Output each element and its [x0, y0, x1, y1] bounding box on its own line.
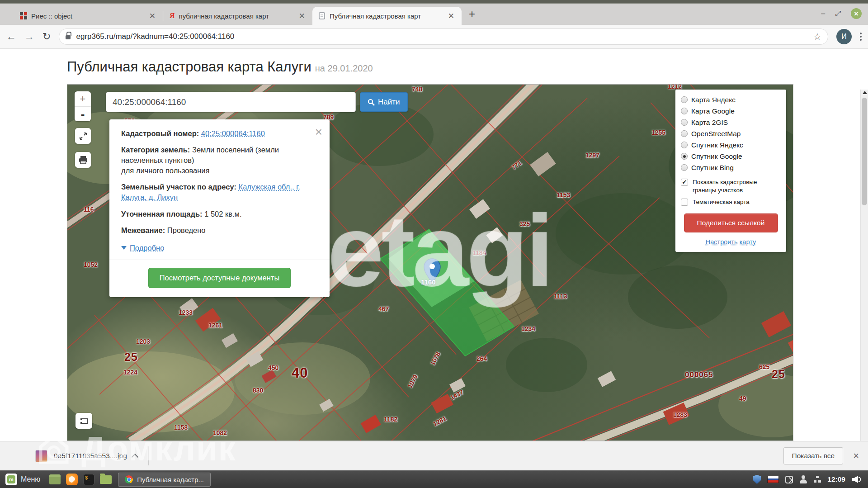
download-separator [148, 446, 149, 465]
radio-icon[interactable] [681, 142, 688, 148]
keyboard-layout-flag-icon[interactable] [767, 476, 779, 483]
show-desktop-icon[interactable] [49, 474, 61, 484]
page-scrollbar[interactable] [860, 90, 868, 488]
address-label: Земельный участок по адресу: [121, 183, 236, 191]
shield-icon[interactable] [753, 475, 761, 484]
files-icon[interactable] [100, 475, 112, 484]
popup-close-icon[interactable]: × [315, 123, 322, 141]
radio-icon[interactable] [681, 164, 688, 171]
user-icon[interactable] [799, 475, 807, 483]
tray-app-icon[interactable] [785, 476, 793, 483]
download-item[interactable]: 0e5f1711035a553....jpg [35, 450, 138, 462]
volume-icon[interactable] [852, 476, 861, 483]
layer-option[interactable]: Карта Яндекс [681, 94, 781, 105]
layer-checkbox-label: Тематическая карта [693, 198, 750, 206]
layer-option[interactable]: Спутник Google [681, 151, 781, 162]
address-bar[interactable]: egrp365.ru/map/?kadnum=40:25:000064:1160… [59, 28, 828, 45]
share-link-button[interactable]: Поделиться ссылкой [684, 213, 778, 232]
forward-button[interactable]: → [24, 31, 34, 43]
scrollbar-thumb[interactable] [862, 98, 867, 205]
layer-option[interactable]: OpenStreetMap [681, 128, 781, 139]
checkbox-checked-icon[interactable]: ✔ [681, 179, 688, 186]
system-tray: 12:09 [753, 475, 864, 484]
download-bar-right: Показать все × [783, 447, 859, 464]
clock[interactable]: 12:09 [827, 475, 845, 483]
bookmark-star-icon[interactable]: ☆ [813, 31, 821, 42]
page-content: Публичная кадастровая карта Калугина 29.… [0, 49, 868, 470]
zoom-out-button[interactable]: - [75, 106, 91, 121]
terminal-icon[interactable]: $_ [83, 474, 94, 485]
url-text[interactable]: egrp365.ru/map/?kadnum=40:25:000064:1160 [76, 32, 808, 41]
menu-button[interactable]: m Меню [4, 472, 45, 487]
search-button[interactable]: Найти [360, 92, 408, 112]
restore-button[interactable]: ⤢ [835, 9, 841, 18]
chevron-up-icon[interactable] [131, 453, 138, 460]
parcel-info-popup: × Кадастровый номер: 40:25:000064:1160 К… [109, 119, 330, 297]
cadastral-search-input[interactable] [106, 92, 356, 112]
radio-icon[interactable] [681, 96, 688, 103]
tab-ries[interactable]: Риес :: object ✕ [14, 7, 163, 25]
surveying-label: Межевание: [121, 226, 165, 234]
layer-option[interactable]: Карта 2GIS [681, 117, 781, 128]
parcel-label: 1283 [673, 411, 687, 418]
parcel-label: 325 [519, 220, 530, 227]
configure-map-link[interactable]: Настроить карту [681, 238, 781, 246]
show-all-downloads-button[interactable]: Показать все [783, 447, 844, 464]
tab-close-icon[interactable]: ✕ [446, 11, 456, 21]
firefox-icon[interactable] [66, 474, 78, 485]
layer-option[interactable]: Спутник Яндекс [681, 139, 781, 151]
browser-menu-icon[interactable] [860, 33, 862, 41]
scroll-up-arrow[interactable] [863, 91, 867, 94]
radio-selected-icon[interactable] [681, 153, 688, 160]
layer-option[interactable]: Спутник Bing [681, 162, 781, 173]
radio-icon[interactable] [681, 108, 688, 114]
parcel-label: 1297 [585, 152, 599, 159]
menu-label: Меню [21, 475, 40, 483]
kadnum-label: Кадастровый номер: [121, 129, 199, 137]
back-button[interactable]: ← [6, 31, 16, 43]
radio-icon[interactable] [681, 119, 688, 126]
download-filename[interactable]: 0e5f1711035a553....jpg [54, 452, 127, 460]
selected-parcel[interactable] [380, 229, 514, 356]
yandex-favicon: Я [170, 12, 175, 20]
layer-checkbox-row[interactable]: Тематическая карта [681, 196, 781, 208]
layer-options: Карта ЯндексКарта GoogleКарта 2GISOpenSt… [681, 94, 781, 173]
kadnum-link[interactable]: 40:25:000064:1160 [201, 129, 265, 137]
minimize-button[interactable]: – [821, 9, 825, 18]
overview-map-button[interactable] [75, 413, 92, 429]
details-link[interactable]: Подробно [130, 243, 164, 253]
download-bar-close-icon[interactable]: × [853, 450, 859, 462]
view-documents-button[interactable]: Посмотреть доступные документы [148, 268, 291, 288]
print-button[interactable] [75, 152, 91, 168]
search-bar: Найти [106, 92, 408, 112]
document-favicon [319, 12, 326, 19]
tab-title: Публичная кадастровая карт [330, 12, 442, 20]
tab-close-icon[interactable]: ✕ [147, 11, 157, 21]
taskbar-window-button[interactable]: Публичная кадастр... [118, 473, 211, 487]
tab-egrp365[interactable]: Публичная кадастровая карт ✕ [312, 7, 462, 25]
checkbox-icon[interactable] [681, 199, 688, 206]
category-label: Категория земель: [121, 146, 190, 154]
tab-yandex-map[interactable]: Я публичная кадастровая карт ✕ [163, 7, 312, 25]
browser-toolbar: ← → ↻ egrp365.ru/map/?kadnum=40:25:00006… [0, 25, 868, 49]
reload-button[interactable]: ↻ [42, 31, 51, 43]
radio-icon[interactable] [681, 130, 688, 137]
profile-avatar[interactable]: И [836, 29, 852, 44]
window-controls: – ⤢ ✕ [821, 8, 862, 19]
layer-checkbox-row[interactable]: ✔Показать кадастровые границы участков [681, 176, 781, 196]
parcel-label: 116 [84, 206, 94, 213]
zoom-in-button[interactable]: + [75, 91, 91, 106]
fullscreen-button[interactable] [75, 128, 91, 144]
window-border [0, 0, 868, 4]
tab-close-icon[interactable]: ✕ [297, 11, 307, 21]
window-close-button[interactable]: ✕ [851, 8, 862, 19]
network-icon[interactable] [814, 476, 821, 483]
new-tab-button[interactable]: + [469, 8, 475, 20]
map[interactable]: 7481212789579116125512977711153325118411… [67, 84, 793, 441]
expand-icon [79, 132, 87, 140]
area-row: Уточненная площадь: 1 502 кв.м. [121, 209, 318, 219]
tab-title: Риес :: object [31, 12, 143, 20]
layer-option-label: Спутник Яндекс [691, 141, 743, 149]
layer-option[interactable]: Карта Google [681, 105, 781, 117]
area-label: Уточненная площадь: [121, 210, 203, 218]
